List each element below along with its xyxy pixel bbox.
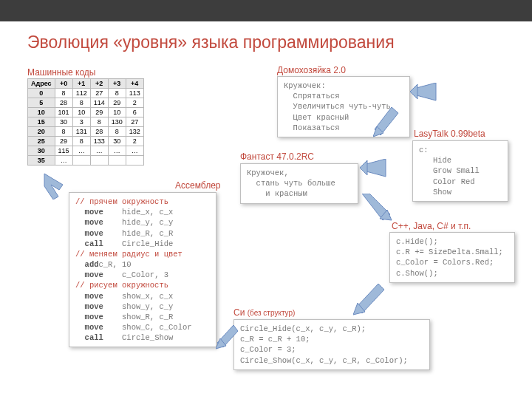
table-cell: 30 [55,117,72,127]
table-cell: 30 [108,137,126,146]
table-cell: 133 [90,137,108,146]
table-cell: 8 [108,127,126,137]
table-cell: 27 [126,117,143,127]
table-cell: 8 [55,127,72,137]
table-cell: 10 [72,108,90,117]
table-header: +0 [55,79,72,89]
svg-marker-7 [362,194,390,220]
cpp-code: c.Hide(); c.R += SizeDelta.Small; c_Colo… [389,232,515,283]
table-cell: 25 [28,137,55,146]
label-lasytalk: LasyTalk 0.99beta [414,129,485,139]
table-cell: 132 [126,127,143,137]
table-row: 30115………… [28,146,144,156]
table-cell: 29 [108,98,126,108]
table-row: 25298133302 [28,137,144,146]
table-cell: 2 [126,137,143,146]
table-row: 5288114292 [28,98,144,108]
machine-code-table: Адрес+0+1+2+3+4 081122781135288114292101… [27,78,144,166]
svg-marker-1 [414,83,436,100]
table-cell: … [55,156,72,166]
table-cell: 29 [90,108,108,117]
table-cell: 30 [28,146,55,156]
table-cell: 27 [90,89,108,98]
table-cell: 113 [126,89,143,98]
label-assembler: Ассемблер [175,180,220,191]
arrow-icon [362,194,395,223]
table-cell: 28 [90,127,108,137]
table-cell: 8 [55,89,72,98]
svg-marker-2 [410,84,417,99]
table-header: +1 [72,79,90,89]
top-bar [0,0,532,21]
table-cell: 15 [28,117,55,127]
table-cell: 101 [55,108,72,117]
assembler-code: // прячем окружность move hide_x, c_x mo… [69,192,216,347]
table-cell: 112 [72,89,90,98]
arrow-icon [353,284,386,316]
table-cell: 8 [72,98,90,108]
table-cell: … [126,146,143,156]
table-cell: 10 [28,108,55,117]
arrow-icon [41,170,70,200]
svg-marker-4 [360,160,367,175]
table-header: +2 [90,79,108,89]
svg-marker-0 [44,174,63,200]
label-cpp: C++, Java, C# и т.п. [392,221,471,231]
table-cell [72,156,90,166]
table-cell [90,156,108,166]
svg-marker-9 [356,284,384,313]
table-cell: … [108,146,126,156]
label-c-main: Си [233,307,245,318]
table-cell: 2 [126,98,143,108]
table-cell: … [90,146,108,156]
table-header: +4 [126,79,143,89]
svg-marker-3 [364,159,386,177]
lasytalk-code: c: Hide Grow Small Color Red Show [412,140,508,202]
table-row: 35… [28,156,144,166]
fantast-code: Кружочек, стань чуть больше и красным [240,163,358,204]
table-row: 15303813027 [28,117,144,127]
page-title: Эволюция «уровня» языка программирования [27,33,395,52]
table-cell: 20 [28,127,55,137]
table-cell: 115 [55,146,72,156]
table-cell: 10 [108,108,126,117]
table-cell: 114 [90,98,108,108]
table-cell: 8 [72,137,90,146]
table-cell: 130 [108,117,126,127]
table-cell: 8 [90,117,108,127]
label-housewife: Домохозяйка 2.0 [277,65,346,75]
label-c-sub: (без структур) [248,309,296,317]
table-cell: 8 [108,89,126,98]
table-header: Адрес [28,79,55,89]
table-cell: 131 [72,127,90,137]
arrow-icon [360,159,389,181]
label-machine-code: Машинные коды [27,67,95,78]
table-cell: 6 [126,108,143,117]
arrow-icon [410,83,440,105]
table-row: 101011029106 [28,108,144,117]
table-row: 208131288132 [28,127,144,137]
table-cell [108,156,126,166]
table-cell: 5 [28,98,55,108]
table-cell: 28 [55,98,72,108]
table-cell: … [72,146,90,156]
table-cell: 35 [28,156,55,166]
table-cell: 3 [72,117,90,127]
label-fantast: Фантаст 47.0.2RC [240,151,314,162]
table-cell: 0 [28,89,55,98]
table-cell: 29 [55,137,72,146]
table-header: +3 [108,79,126,89]
label-c: Си (без структур) [233,307,295,318]
svg-marker-10 [353,303,365,315]
table-cell [126,156,143,166]
housewife-code: Кружочек: Спрятаться Увеличиться чуть-чу… [277,76,410,137]
svg-marker-12 [216,338,226,349]
svg-marker-8 [380,210,392,220]
c-code: Circle_Hide(c_x, c_y, c_R); c_R = c_R + … [233,319,430,370]
table-row: 08112278113 [28,89,144,98]
